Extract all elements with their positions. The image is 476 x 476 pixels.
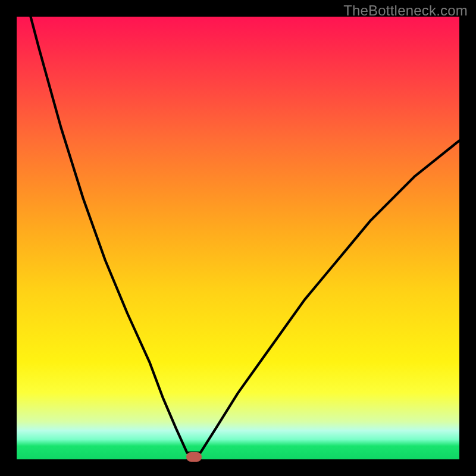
chart-frame: TheBottleneck.com (0, 0, 476, 476)
bottleneck-curve-path (17, 17, 459, 453)
plot-area (17, 17, 459, 459)
curve-layer (17, 17, 459, 459)
optimal-point-marker (186, 452, 202, 462)
